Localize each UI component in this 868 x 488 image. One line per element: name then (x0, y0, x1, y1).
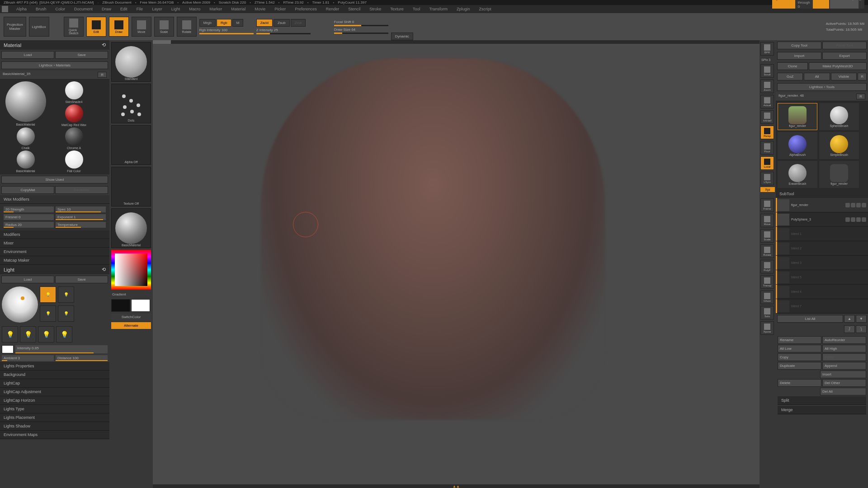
menu-edit[interactable]: Edit (116, 7, 132, 11)
tool-spherebrush[interactable]: SphereBrush (819, 103, 859, 130)
lights-properties-section[interactable]: Lights Properties (0, 362, 109, 371)
menu-tool[interactable]: Tool (408, 7, 425, 11)
lights-placement-section[interactable]: Lights Placement (0, 413, 109, 422)
eye-icon[interactable] (845, 203, 850, 207)
default-zscript-button[interactable]: DefaultZScript (830, 0, 859, 9)
color-picker[interactable] (111, 250, 151, 290)
primary-color-swatch[interactable] (131, 299, 150, 312)
light-8-button[interactable]: 💡 (56, 326, 72, 343)
duplicate-button[interactable]: Duplicate (778, 362, 821, 370)
transp-button[interactable]: Transp (760, 275, 774, 289)
wax-strength-slider[interactable]: 20 Strength (4, 206, 54, 212)
rgb-intensity-slider[interactable]: Rgb Intensity 100 (199, 28, 254, 34)
rotate-mode-button[interactable]: Rotate (177, 17, 197, 37)
menu-layer[interactable]: Layer (147, 7, 167, 11)
view-move-button[interactable]: Move (760, 214, 774, 227)
subtool-up-button[interactable]: ▲ (844, 315, 855, 323)
menu-stencil[interactable]: Stencil (344, 7, 365, 11)
light-color-swatch[interactable] (2, 345, 14, 353)
draw-mode-button[interactable]: Draw (109, 17, 129, 37)
material-swatch-chalk[interactable] (17, 127, 35, 145)
paste-subtool-button[interactable]: Paste (822, 353, 866, 361)
light-2-button[interactable]: 💡 (58, 286, 74, 303)
menu-color[interactable]: Color (51, 7, 70, 11)
menus-button[interactable]: Menus (813, 0, 829, 9)
material-thumb[interactable]: BasicMaterial (111, 208, 151, 248)
copy-tool-button[interactable]: Copy Tool (777, 42, 821, 49)
ghost-button[interactable]: Ghost (760, 291, 774, 304)
lights-type-section[interactable]: Lights Type (0, 405, 109, 413)
menu-transform[interactable]: Transform (425, 7, 452, 11)
wax-spec-slider[interactable]: Spec 10 (56, 206, 106, 212)
import-button[interactable]: Import (777, 52, 821, 60)
menu-material[interactable]: Material (226, 7, 250, 11)
menu-brush[interactable]: Brush (31, 7, 51, 11)
view-scale-button[interactable]: Scale (760, 229, 774, 243)
light-load-button[interactable]: Load (1, 276, 54, 283)
delete-button[interactable]: Delete (778, 379, 821, 387)
autoreorder-button[interactable]: AutoReorder (822, 336, 866, 344)
subtool-move-down-button[interactable]: ⤵ (856, 325, 867, 333)
mrgb-button[interactable]: Mrgb (199, 19, 216, 27)
copymat-button[interactable]: CopyMat (1, 186, 54, 194)
quick-sketch-button[interactable]: Quick Sketch (64, 17, 84, 37)
material-swatch-skinshade4[interactable] (65, 81, 83, 99)
tool-r-button[interactable]: R (856, 94, 865, 99)
menu-movie[interactable]: Movie (250, 7, 270, 11)
m-button[interactable]: M (232, 19, 244, 27)
tool-figur-render-2[interactable]: figur_render (819, 161, 859, 188)
maximize-icon[interactable]: □ (862, 0, 864, 9)
paste-tool-button[interactable]: Paste Tool (822, 42, 867, 49)
menu-picker[interactable]: Picker (270, 7, 290, 11)
clone-button[interactable]: Clone (777, 62, 808, 70)
tool-figur-render[interactable]: figur_render (778, 103, 817, 130)
bpr-button[interactable]: BPR (760, 42, 774, 56)
subtool-item[interactable]: blend 2 (776, 241, 868, 256)
wax-temperature-slider[interactable]: Temperature (56, 222, 106, 228)
stroke-thumb[interactable]: Dots (111, 84, 151, 123)
actual-button[interactable]: Actual (760, 95, 774, 108)
goz-all-button[interactable]: All (804, 73, 830, 80)
projection-master-button[interactable]: Projection Master (4, 17, 26, 37)
persp-button[interactable]: Persp (760, 126, 774, 139)
rename-button[interactable]: Rename (778, 336, 821, 344)
lightbox-button[interactable]: LightBox (29, 17, 49, 37)
menu-file[interactable]: File (132, 7, 148, 11)
tool-simplebrush[interactable]: SimpleBrush (819, 132, 859, 159)
subtool-section-header[interactable]: SubTool (776, 190, 868, 198)
secondary-color-swatch[interactable] (111, 299, 130, 312)
copy-subtool-button[interactable]: Copy (778, 353, 821, 361)
floor-button[interactable]: Floor (760, 141, 774, 155)
menu-render[interactable]: Render (321, 7, 344, 11)
brush-icon[interactable] (856, 217, 861, 222)
split-section[interactable]: Split (778, 396, 866, 405)
menu-preferences[interactable]: Preferences (290, 7, 321, 11)
del-other-button[interactable]: Del Other (822, 379, 866, 387)
subtool-down-button[interactable]: ▼ (856, 315, 867, 323)
gradient-toggle[interactable]: Gradient (111, 291, 151, 297)
move-mode-button[interactable]: Move (132, 17, 151, 37)
light-5-button[interactable]: 💡 (2, 326, 18, 343)
wax-fresnel-slider[interactable]: Fresnel 0 (4, 214, 54, 220)
material-r-button[interactable]: R (98, 72, 107, 78)
solo-button[interactable]: Solo (760, 306, 774, 319)
eye-toggle-icon[interactable] (862, 203, 866, 207)
append-button[interactable]: Append (822, 362, 866, 370)
menu-document[interactable]: Document (70, 7, 97, 11)
wax-modifiers-section[interactable]: Wax Modifiers (0, 195, 109, 204)
dynamic-button[interactable]: Dynamic (391, 33, 413, 40)
light-handle-icon[interactable] (21, 296, 24, 300)
quicksave-button[interactable]: QuickSave (772, 0, 795, 9)
material-swatch-matcap-red-wax[interactable] (65, 104, 83, 122)
polyf-button[interactable]: PolyF (760, 260, 774, 273)
subtool-item[interactable]: blend 7 (776, 299, 868, 314)
material-swatch-basicmaterial2[interactable] (17, 150, 35, 169)
environment-maps-section[interactable]: Environment Maps (0, 431, 109, 439)
alpha-thumb[interactable]: Alpha Off (111, 125, 151, 165)
edit-mode-button[interactable]: Edit (86, 17, 106, 37)
material-save-button[interactable]: Save (55, 51, 108, 59)
del-all-button[interactable]: Del All (820, 388, 866, 395)
spix-slider[interactable]: SPix 3 (760, 57, 775, 62)
lights-shadow-section[interactable]: Lights Shadow (0, 422, 109, 431)
light-direction-sphere[interactable] (2, 286, 38, 323)
